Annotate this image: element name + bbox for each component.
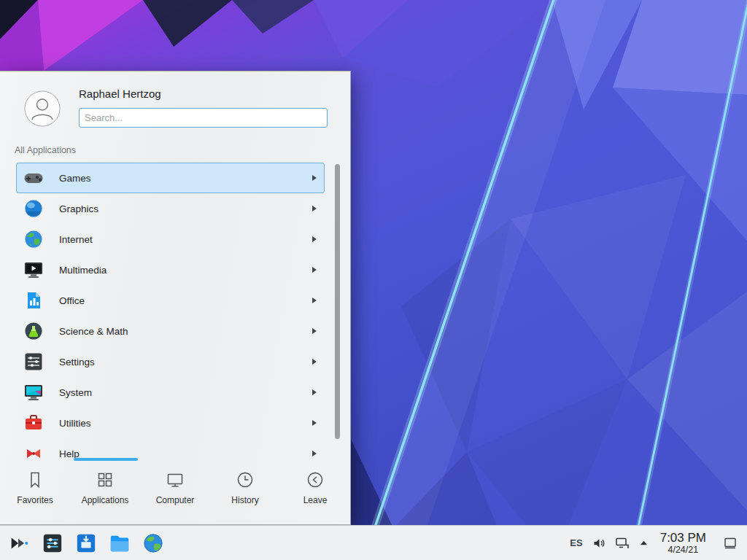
category-label: Settings xyxy=(59,357,95,368)
app-launcher-button[interactable] xyxy=(7,532,31,555)
chevron-right-icon xyxy=(312,328,317,334)
tab-label: Computer xyxy=(156,495,195,505)
tab-leave[interactable]: Leave xyxy=(280,460,350,524)
category-list: Games Graphics xyxy=(0,163,351,462)
volume-button[interactable] xyxy=(592,537,605,550)
system-settings-icon xyxy=(42,532,63,554)
chevron-right-icon xyxy=(312,175,317,181)
keyboard-layout-indicator[interactable]: ES xyxy=(570,537,582,548)
network-button[interactable] xyxy=(615,537,630,550)
system-tray: ES 7:03 PM 4/24/21 xyxy=(570,528,743,559)
category-label: Science & Math xyxy=(59,326,128,337)
tab-favorites[interactable]: Favorites xyxy=(0,460,70,524)
app-grid-icon xyxy=(96,470,115,489)
digital-clock[interactable]: 7:03 PM 4/24/21 xyxy=(660,531,706,555)
web-browser-button[interactable] xyxy=(142,532,165,555)
category-label: Games xyxy=(59,173,91,184)
science-math-icon xyxy=(23,321,44,341)
category-label: Internet xyxy=(59,234,93,245)
internet-icon xyxy=(23,229,44,249)
network-icon xyxy=(615,537,630,550)
file-manager-icon xyxy=(109,532,131,554)
category-label: Office xyxy=(59,295,85,306)
clock-time: 7:03 PM xyxy=(660,531,706,545)
clock-date: 4/24/21 xyxy=(660,545,706,555)
category-settings[interactable]: Settings xyxy=(16,346,325,377)
category-label: Graphics xyxy=(59,203,98,214)
category-science-math[interactable]: Science & Math xyxy=(16,316,325,346)
chevron-right-icon xyxy=(312,267,317,273)
tab-label: History xyxy=(231,495,258,505)
show-desktop-button[interactable] xyxy=(719,528,741,559)
category-internet[interactable]: Internet xyxy=(16,224,325,254)
category-office[interactable]: Office xyxy=(16,285,325,316)
system-settings-button[interactable] xyxy=(41,532,64,555)
taskbar-launchers xyxy=(4,532,165,555)
tab-label: Applications xyxy=(82,495,129,505)
tab-label: Leave xyxy=(303,495,328,505)
category-label: Multimedia xyxy=(59,265,107,276)
tab-applications[interactable]: Applications xyxy=(70,460,140,524)
application-launcher-menu: Raphael Hertzog All Applications Games xyxy=(0,71,351,525)
chevron-right-icon xyxy=(312,389,317,395)
graphics-icon xyxy=(23,198,44,219)
tray-expand-button[interactable] xyxy=(639,540,649,546)
bookmark-icon xyxy=(26,470,44,489)
chevron-right-icon xyxy=(312,451,317,456)
volume-icon xyxy=(592,537,605,550)
user-avatar-icon xyxy=(24,90,61,127)
category-label: Utilities xyxy=(59,418,91,429)
software-center-button[interactable] xyxy=(74,532,98,555)
tab-history[interactable]: History xyxy=(210,460,280,524)
section-label: All Applications xyxy=(15,145,76,155)
help-icon xyxy=(23,443,44,462)
multimedia-icon xyxy=(23,260,44,280)
tab-computer[interactable]: Computer xyxy=(140,460,210,524)
category-system[interactable]: System xyxy=(16,377,325,408)
settings-icon xyxy=(23,351,44,372)
user-name: Raphael Hertzog xyxy=(79,88,161,100)
search-input[interactable] xyxy=(79,108,328,128)
category-utilities[interactable]: Utilities xyxy=(16,408,325,438)
system-icon xyxy=(23,382,44,402)
scrollbar[interactable] xyxy=(335,164,340,439)
category-multimedia[interactable]: Multimedia xyxy=(16,254,325,285)
games-icon xyxy=(23,168,44,188)
chevron-right-icon xyxy=(312,420,317,426)
chevron-right-icon xyxy=(312,359,317,365)
category-games[interactable]: Games xyxy=(16,163,325,193)
expand-arrow-icon xyxy=(639,540,649,546)
file-manager-button[interactable] xyxy=(108,532,131,555)
category-graphics[interactable]: Graphics xyxy=(16,193,325,224)
computer-icon xyxy=(166,470,185,489)
chevron-right-icon xyxy=(312,236,317,242)
app-launcher-icon xyxy=(8,532,30,554)
category-label: System xyxy=(59,387,92,398)
web-browser-icon xyxy=(142,532,164,554)
clock-icon xyxy=(236,470,255,489)
software-center-icon xyxy=(75,532,97,554)
leave-icon xyxy=(306,470,325,489)
show-desktop-icon xyxy=(723,537,738,550)
user-avatar[interactable] xyxy=(24,90,61,127)
utilities-icon xyxy=(23,413,44,433)
chevron-right-icon xyxy=(312,206,317,211)
chevron-right-icon xyxy=(312,298,317,303)
tab-label: Favorites xyxy=(17,495,53,505)
taskbar-panel: ES 7:03 PM 4/24/21 xyxy=(0,525,747,560)
category-help[interactable]: Help xyxy=(16,438,325,462)
launcher-footer-tabs: Favorites Applications Computer History xyxy=(0,460,350,524)
office-icon xyxy=(23,290,44,311)
